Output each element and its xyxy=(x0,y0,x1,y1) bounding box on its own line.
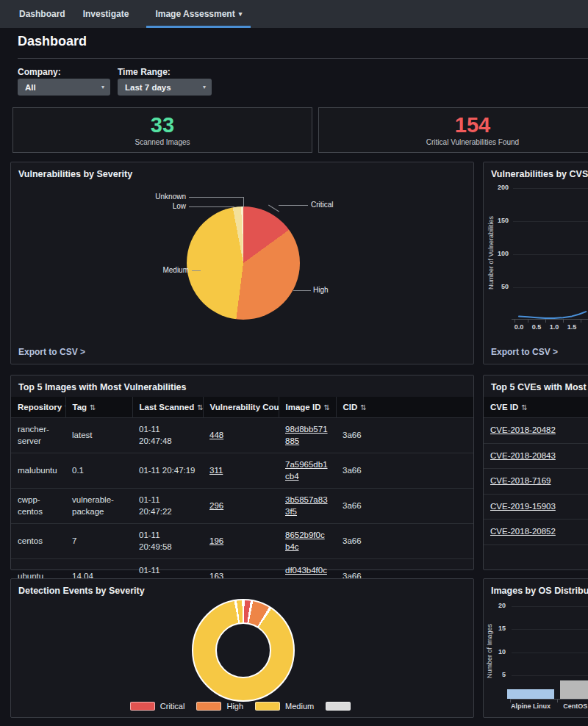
gridline xyxy=(512,675,588,676)
gridline xyxy=(512,653,588,653)
cid-cell: 3a66 xyxy=(336,489,473,524)
legend-swatch xyxy=(130,702,155,711)
sort-icon: ⇅ xyxy=(197,403,203,411)
repository-cell: cwpp-centos xyxy=(11,489,65,524)
col-header-last-scanned[interactable]: Last Scanned⇅ xyxy=(132,397,203,418)
scanned-images-card: 33 Scanned Images xyxy=(12,107,312,153)
cve-id-link[interactable]: CVE-2018-20843 xyxy=(490,451,556,460)
donut-legend: Critical High Medium xyxy=(11,702,475,711)
nav-item-investigate[interactable]: Investigate xyxy=(74,0,138,28)
critical-vulns-value: 154 xyxy=(455,114,490,136)
table-row: cwpp-centos vulnerable-package 01-11 20:… xyxy=(11,489,473,524)
table-row: CVE-2018-20482 xyxy=(484,418,588,444)
top-images-panel: Top 5 Images with Most Vulnerabilities R… xyxy=(10,375,474,570)
legend-item-high: High xyxy=(196,702,243,711)
bar-centos-linux xyxy=(560,680,588,699)
sort-icon: ⇅ xyxy=(360,403,366,411)
legend-swatch xyxy=(196,702,221,711)
sort-icon: ⇅ xyxy=(323,403,329,411)
last-scanned-cell: 01-11 20:47:19 xyxy=(132,453,203,489)
company-filter-label: Company: xyxy=(18,67,61,77)
scanned-images-label: Scanned Images xyxy=(135,138,190,146)
pie-label-critical: Critical xyxy=(311,201,334,209)
pie-label-low: Low xyxy=(143,202,186,210)
table-row: malubuntu 0.1 01-11 20:47:19 311 7a5965d… xyxy=(11,453,473,489)
severity-pie-chart xyxy=(187,206,300,320)
vulns-by-cvss-panel: Vulnerabilities by CVSS Score 200 150 10… xyxy=(483,162,588,364)
image-id-link[interactable]: 3b5857a833f5 xyxy=(285,495,328,516)
time-range-filter-label: Time Range: xyxy=(118,67,171,77)
vulns-by-severity-panel: Vulnerabilities by Severity Unknown Low … xyxy=(10,162,474,364)
connector-line xyxy=(189,206,234,207)
export-csv-link[interactable]: Export to CSV > xyxy=(18,347,85,357)
panel-title: Detection Events by Severity xyxy=(18,586,145,596)
bar-label-alpine-linux: Alpine Linux xyxy=(507,702,554,710)
table-header-row: CVE ID⇅ xyxy=(484,397,588,418)
images-by-os-panel: Images by OS Distribution 20 15 10 5 Num… xyxy=(483,578,588,718)
top-cves-panel: Top 5 CVEs with Most Impacted CVE ID⇅ CV… xyxy=(483,375,588,570)
col-header-cid[interactable]: CID⇅ xyxy=(336,397,473,418)
cve-id-link[interactable]: CVE-2019-15903 xyxy=(490,502,556,511)
col-header-cve-id[interactable]: CVE ID⇅ xyxy=(484,397,588,418)
time-range-dropdown[interactable]: Last 7 days ▾ xyxy=(118,79,212,96)
export-csv-link[interactable]: Export to CSV > xyxy=(491,347,558,357)
cve-id-link[interactable]: CVE-2018-20482 xyxy=(490,425,556,434)
connector-line xyxy=(192,270,201,271)
vuln-count-link[interactable]: 448 xyxy=(209,431,223,439)
nav-item-label: Image Assessment xyxy=(155,9,234,19)
col-header-vuln-count[interactable]: Vulnerability Count⇅ xyxy=(203,397,279,418)
bar-alpine-linux xyxy=(507,689,554,699)
connector-line xyxy=(243,197,244,207)
connector-line xyxy=(189,197,243,198)
vuln-count-link[interactable]: 196 xyxy=(209,536,223,545)
nav-item-image-assessment[interactable]: Image Assessment ▾ xyxy=(146,0,251,28)
cve-id-link[interactable]: CVE-2018-7169 xyxy=(490,476,551,485)
image-id-link[interactable]: 7a5965db1cb4 xyxy=(285,460,328,481)
legend-swatch xyxy=(255,702,280,711)
x-tick-mark xyxy=(557,700,558,702)
tag-cell: 7 xyxy=(65,524,132,559)
time-range-dropdown-value: Last 7 days xyxy=(125,83,171,92)
connector-line xyxy=(279,205,308,206)
sort-icon: ⇅ xyxy=(521,403,527,411)
cid-cell: 3a66 xyxy=(336,524,473,559)
connector-line xyxy=(293,290,311,291)
y-axis-label: Number of Images xyxy=(486,600,493,702)
company-dropdown-value: All xyxy=(25,83,36,92)
table-row: CVE-2018-20852 xyxy=(484,520,588,545)
col-header-tag[interactable]: Tag⇅ xyxy=(65,397,132,418)
panel-title: Top 5 Images with Most Vulnerabilities xyxy=(18,382,187,392)
col-header-repository[interactable]: Repository⇅ xyxy=(11,397,65,418)
image-id-link[interactable]: 8652b9f0cb4c xyxy=(285,531,325,551)
pie-label-high: High xyxy=(313,286,329,294)
image-id-link[interactable]: 98d8bb571885 xyxy=(285,425,328,445)
cvss-line-chart xyxy=(484,162,588,365)
table-header-row: Repository⇅ Tag⇅ Last Scanned⇅ Vulnerabi… xyxy=(11,397,473,418)
detection-events-panel: Detection Events by Severity Critical Hi… xyxy=(10,578,474,718)
legend-item-other xyxy=(326,702,356,711)
tag-cell: 0.1 xyxy=(65,453,132,489)
col-header-image-id[interactable]: Image ID⇅ xyxy=(279,397,336,418)
last-scanned-cell: 01-11 20:47:22 xyxy=(132,489,203,524)
cve-id-link[interactable]: CVE-2018-20852 xyxy=(490,527,556,536)
table-row: CVE-2018-20843 xyxy=(484,443,588,469)
pie-label-unknown: Unknown xyxy=(129,193,186,201)
panel-title: Images by OS Distribution xyxy=(491,586,588,596)
repository-cell: malubuntu xyxy=(11,453,65,489)
table-row: CVE-2019-15903 xyxy=(484,494,588,520)
top-cves-table: CVE ID⇅ CVE-2018-20482 CVE-2018-20843 CV… xyxy=(484,397,588,558)
nav-item-dashboard[interactable]: Dashboard xyxy=(10,0,74,28)
company-dropdown[interactable]: All ▾ xyxy=(18,79,110,96)
cvss-line xyxy=(519,312,586,318)
repository-cell: rancher-server xyxy=(11,418,65,453)
tag-cell: latest xyxy=(65,418,132,453)
x-axis-line xyxy=(510,699,588,700)
vuln-count-link[interactable]: 296 xyxy=(209,501,223,510)
caret-down-icon: ▾ xyxy=(101,84,104,90)
vuln-count-link[interactable]: 311 xyxy=(209,466,223,475)
last-scanned-cell: 01-11 20:49:58 xyxy=(132,524,203,559)
legend-item-critical: Critical xyxy=(130,702,185,711)
table-row: centos 7 01-11 20:49:58 196 8652b9f0cb4c… xyxy=(11,524,473,559)
top-images-table: Repository⇅ Tag⇅ Last Scanned⇅ Vulnerabi… xyxy=(11,397,473,594)
cid-cell: 3a66 xyxy=(336,418,473,453)
